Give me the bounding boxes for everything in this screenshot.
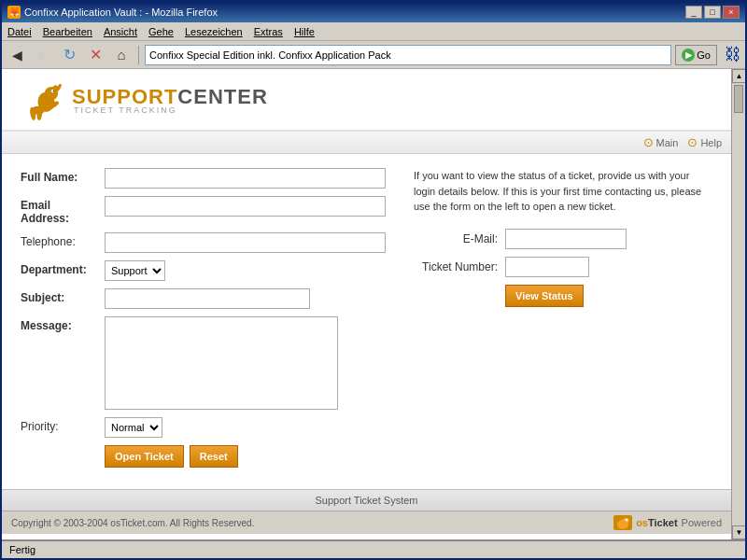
subject-label: Subject: bbox=[21, 288, 105, 304]
help-nav-link[interactable]: ⊙ Help bbox=[687, 135, 722, 149]
subject-input[interactable] bbox=[105, 288, 310, 309]
osticket-logo: osTicket Powered bbox=[613, 515, 722, 530]
menu-extras[interactable]: Extras bbox=[254, 26, 283, 37]
page-header: SUPPORT CENTER TICKET TRACKING bbox=[2, 69, 731, 132]
menu-gehe[interactable]: Gehe bbox=[148, 26, 174, 37]
menu-lesezeichen[interactable]: Lesezeichen bbox=[185, 26, 243, 37]
right-panel: If you want to view the status of a tick… bbox=[414, 168, 712, 475]
priority-row: Priority: Normal bbox=[21, 417, 386, 438]
link-icon: ⛓ bbox=[725, 45, 741, 64]
full-name-input[interactable] bbox=[105, 168, 386, 189]
page-footer: Support Ticket System bbox=[2, 489, 731, 511]
message-row: Message: bbox=[21, 316, 386, 410]
go-button[interactable]: ▶ Go bbox=[675, 45, 717, 65]
priority-select[interactable]: Normal bbox=[105, 417, 162, 438]
osticket-icon bbox=[613, 515, 632, 530]
main-nav-arrow: ⊙ bbox=[643, 135, 654, 149]
scroll-thumb[interactable] bbox=[734, 85, 743, 113]
menu-ansicht[interactable]: Ansicht bbox=[104, 26, 137, 37]
main-nav-label: Main bbox=[656, 137, 679, 148]
help-nav-label: Help bbox=[700, 137, 722, 148]
department-label: Department: bbox=[21, 260, 105, 276]
telephone-label: Telephone: bbox=[21, 232, 105, 248]
full-name-label: Full Name: bbox=[21, 168, 105, 184]
telephone-row: Telephone: bbox=[21, 232, 386, 253]
system-label: Support Ticket System bbox=[315, 495, 417, 506]
back-button[interactable]: ◀ bbox=[6, 45, 28, 65]
kangaroo-icon bbox=[21, 78, 72, 120]
main-nav-link[interactable]: ⊙ Main bbox=[643, 135, 679, 149]
ticket-number-input[interactable] bbox=[505, 257, 589, 277]
message-label: Message: bbox=[21, 316, 105, 332]
submit-spacer bbox=[21, 445, 105, 448]
info-text: If you want to view the status of a tick… bbox=[414, 168, 712, 215]
reload-button[interactable]: ↻ bbox=[58, 45, 80, 65]
stop-button[interactable]: ✕ bbox=[84, 45, 106, 65]
right-email-label: E-Mail: bbox=[414, 232, 498, 245]
ticket-number-label: Ticket Number: bbox=[414, 260, 498, 273]
full-name-row: Full Name: bbox=[21, 168, 386, 189]
home-button[interactable]: ⌂ bbox=[110, 45, 133, 65]
left-form: Full Name: EmailAddress: Telephone: Depa… bbox=[21, 168, 386, 475]
priority-label: Priority: bbox=[21, 417, 105, 433]
scrollbar[interactable]: ▲ ▼ bbox=[731, 69, 745, 539]
right-email-row: E-Mail: bbox=[414, 229, 712, 249]
email-label: EmailAddress: bbox=[21, 196, 105, 225]
copyright-text: Copyright © 2003-2004 osTicket.com. All … bbox=[11, 518, 254, 528]
center-label: CENTER bbox=[177, 85, 267, 109]
minimize-button[interactable]: _ bbox=[685, 6, 702, 19]
svg-point-12 bbox=[626, 519, 628, 522]
logo: SUPPORT CENTER TICKET TRACKING bbox=[21, 78, 268, 120]
view-status-row: View Status bbox=[414, 285, 712, 307]
window-title: Confixx Application Vault : - Mozilla Fi… bbox=[24, 7, 218, 18]
menu-datei[interactable]: Datei bbox=[7, 26, 32, 37]
menu-hilfe[interactable]: Hilfe bbox=[294, 26, 315, 37]
subject-row: Subject: bbox=[21, 288, 386, 309]
scroll-up-button[interactable]: ▲ bbox=[732, 69, 745, 83]
address-bar: ▶ Go ⛓ bbox=[145, 45, 741, 65]
url-input[interactable] bbox=[145, 45, 671, 65]
menu-bar: Datei Bearbeiten Ansicht Gehe Lesezeiche… bbox=[2, 22, 745, 41]
status-text: Fertig bbox=[9, 544, 35, 555]
svg-point-9 bbox=[53, 91, 55, 92]
open-ticket-button[interactable]: Open Ticket bbox=[105, 445, 184, 468]
maximize-button[interactable]: □ bbox=[704, 6, 721, 19]
content-area: SUPPORT CENTER TICKET TRACKING ⊙ Main ⊙ … bbox=[2, 69, 745, 539]
right-email-input[interactable] bbox=[505, 229, 627, 249]
email-row: EmailAddress: bbox=[21, 196, 386, 225]
scroll-down-button[interactable]: ▼ bbox=[732, 525, 745, 539]
brand-text: SUPPORT CENTER TICKET TRACKING bbox=[72, 85, 268, 115]
department-row: Department: Support bbox=[21, 260, 386, 281]
reset-button[interactable]: Reset bbox=[190, 445, 238, 468]
title-bar: 🦊 Confixx Application Vault : - Mozilla … bbox=[2, 2, 745, 22]
telephone-input[interactable] bbox=[105, 232, 386, 253]
submit-row: Open Ticket Reset bbox=[21, 445, 386, 468]
app-icon: 🦊 bbox=[7, 6, 21, 19]
go-circle: ▶ bbox=[682, 49, 695, 62]
osticket-text: osTicket bbox=[636, 517, 677, 528]
separator bbox=[138, 46, 139, 64]
ticket-number-row: Ticket Number: bbox=[414, 257, 712, 277]
osticket-svg bbox=[614, 516, 631, 529]
form-area: Full Name: EmailAddress: Telephone: Depa… bbox=[2, 154, 731, 489]
email-input[interactable] bbox=[105, 196, 386, 217]
copyright-bar: Copyright © 2003-2004 osTicket.com. All … bbox=[2, 511, 731, 534]
forward-button[interactable]: ▶ bbox=[32, 45, 54, 65]
view-status-button[interactable]: View Status bbox=[505, 285, 584, 307]
department-select[interactable]: Support bbox=[105, 260, 165, 281]
toolbar: ◀ ▶ ↻ ✕ ⌂ ▶ Go ⛓ bbox=[2, 41, 745, 69]
powered-label: Powered bbox=[682, 517, 722, 528]
go-label: Go bbox=[697, 49, 711, 61]
nav-bar: ⊙ Main ⊙ Help bbox=[2, 132, 731, 154]
scroll-track-area bbox=[732, 115, 745, 525]
help-nav-arrow: ⊙ bbox=[687, 135, 698, 149]
close-button[interactable]: × bbox=[723, 6, 740, 19]
message-textarea[interactable] bbox=[105, 316, 338, 410]
status-bar: Fertig bbox=[2, 539, 745, 558]
menu-bearbeiten[interactable]: Bearbeiten bbox=[43, 26, 92, 37]
